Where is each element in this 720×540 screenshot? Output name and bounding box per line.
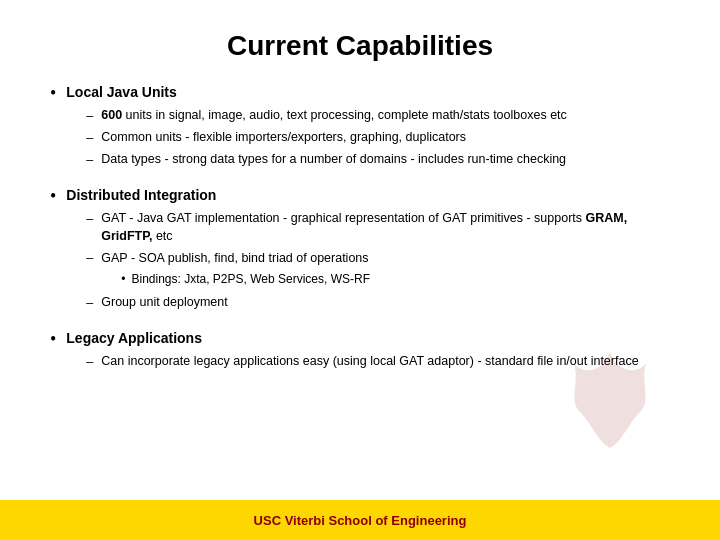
sub-sub-item-bindings: • Bindings: Jxta, P2PS, Web Services, WS… bbox=[121, 271, 370, 288]
slide-container: Current Capabilities • Local Java Units … bbox=[0, 0, 720, 540]
bullet-label-1: Local Java Units bbox=[66, 84, 177, 100]
bullet-dot-1: • bbox=[50, 80, 56, 106]
sub-list-1: – 600 units in signal, image, audio, tex… bbox=[86, 107, 567, 169]
bullet-item-local-java: • Local Java Units – 600 units in signal… bbox=[50, 82, 670, 175]
watermark-icon bbox=[550, 340, 670, 460]
page-title: Current Capabilities bbox=[50, 30, 670, 62]
sub-item-2-3: – Group unit deployment bbox=[86, 294, 670, 312]
footer-bar: USC Viterbi School of Engineering bbox=[0, 500, 720, 540]
sub-item-2-1: – GAT - Java GAT implementation - graphi… bbox=[86, 210, 670, 245]
bullet-dot-3: • bbox=[50, 326, 56, 352]
sub-item-1-3: – Data types - strong data types for a n… bbox=[86, 151, 567, 169]
svg-point-0 bbox=[592, 382, 628, 418]
bullet-dot-2: • bbox=[50, 183, 56, 209]
sub-item-1-2: – Common units - flexible importers/expo… bbox=[86, 129, 567, 147]
sub-sub-list-2-2: • Bindings: Jxta, P2PS, Web Services, WS… bbox=[121, 271, 370, 288]
content-area: • Local Java Units – 600 units in signal… bbox=[50, 82, 670, 377]
bullet-label-3: Legacy Applications bbox=[66, 330, 202, 346]
sub-list-2: – GAT - Java GAT implementation - graphi… bbox=[86, 210, 670, 312]
sub-item-1-1: – 600 units in signal, image, audio, tex… bbox=[86, 107, 567, 125]
bullet-label-2: Distributed Integration bbox=[66, 187, 216, 203]
sub-item-2-2: – GAP - SOA publish, find, bind triad of… bbox=[86, 249, 670, 290]
footer-text: USC Viterbi School of Engineering bbox=[254, 513, 467, 528]
bullet-item-distributed: • Distributed Integration – GAT - Java G… bbox=[50, 185, 670, 318]
